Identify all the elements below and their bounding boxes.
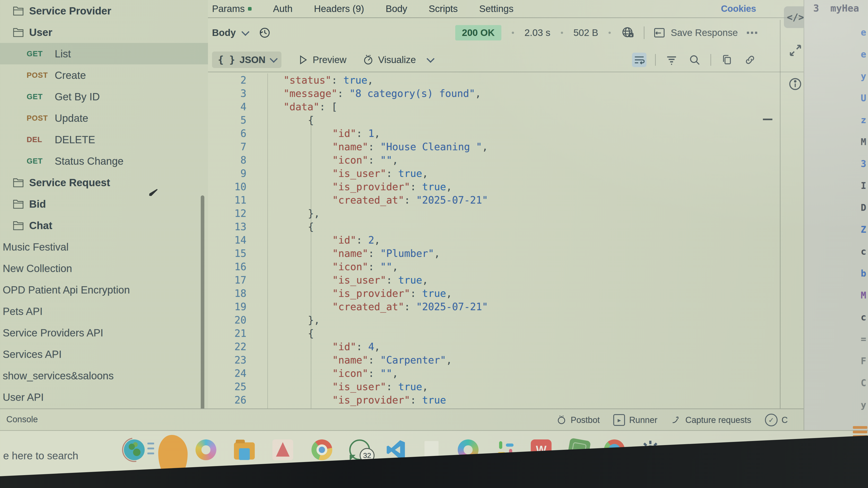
response-body-dropdown[interactable]: Body [212, 27, 247, 38]
code-line[interactable]: 26"is_provider": true [208, 393, 780, 407]
cookies-link[interactable]: Cookies [721, 4, 756, 14]
history-icon[interactable] [258, 26, 271, 39]
code-line[interactable]: 8"icon": "", [208, 153, 780, 167]
code-line[interactable]: 14"id": 2, [208, 233, 780, 247]
tray-stack-icon[interactable] [853, 424, 868, 445]
chrome-profile-icon[interactable]: A [604, 440, 625, 460]
code-line[interactable]: 12}, [208, 207, 780, 220]
whatsapp-icon[interactable]: 32 [349, 440, 370, 460]
code-line[interactable]: 17"is_user": true, [208, 273, 780, 287]
w-app-icon[interactable]: W [531, 440, 552, 460]
sidebar-item-delete[interactable]: DELDELETE [0, 129, 208, 150]
code-line[interactable]: 22"id": 4, [208, 340, 780, 353]
code-line[interactable]: 25"is_user": true, [208, 380, 780, 393]
code-line[interactable]: 15"name": "Plumber", [208, 247, 780, 260]
sidebar-scrollbar[interactable] [201, 195, 204, 409]
copy-icon[interactable] [720, 53, 734, 67]
white-window-icon[interactable] [425, 441, 438, 460]
sidebar-list: Service ProviderUserGETListPOSTCreateGET… [0, 0, 208, 408]
scrollbar-marker[interactable] [763, 119, 772, 120]
folder-icon[interactable] [234, 442, 255, 459]
earth-globe-icon[interactable] [124, 440, 145, 460]
sidebar-item-show-services-saloons[interactable]: show_services&saloons [0, 365, 208, 386]
tab-settings[interactable]: Settings [479, 3, 514, 14]
color-ring-icon[interactable] [458, 440, 478, 460]
code-text: "name": "Plumber", [246, 248, 440, 259]
visualize-button[interactable]: Visualize [362, 54, 432, 66]
sidebar-item-service-providers-api[interactable]: Service Providers API [0, 322, 208, 344]
code-line[interactable]: 20}, [208, 313, 780, 327]
postman-window: Service ProviderUserGETListPOSTCreateGET… [0, 0, 868, 488]
sidebar-item-service-request[interactable]: Service Request [0, 172, 208, 193]
slack-icon[interactable] [495, 440, 516, 460]
sidebar-item-services-api[interactable]: Services API [0, 344, 208, 365]
response-size[interactable]: 502 B [574, 27, 598, 38]
code-line[interactable]: 3"message": "8 category(s) found", [208, 87, 780, 100]
code-text: "name": "House Cleaning ", [246, 141, 488, 153]
sidebar-item-music-festival[interactable]: Music Festival [0, 236, 208, 258]
sidebar-item-pets-api[interactable]: Pets API [0, 300, 208, 322]
sidebar-item-service-provider[interactable]: Service Provider [0, 0, 208, 22]
code-line[interactable]: 5{ [208, 113, 780, 127]
tab-auth[interactable]: Auth [273, 3, 292, 14]
list-dashes-icon[interactable] [147, 440, 156, 460]
more-options-icon[interactable] [747, 32, 757, 34]
code-line[interactable]: 4"data": [ [208, 100, 780, 113]
status-badge[interactable]: 200 OK [455, 25, 502, 40]
green-cube-icon[interactable] [567, 438, 591, 462]
runner-button[interactable]: ▸ Runner [613, 414, 657, 426]
taskbar-search[interactable]: e here to search [3, 450, 78, 462]
info-icon[interactable] [788, 77, 802, 91]
tab-params[interactable]: Params [212, 3, 252, 14]
network-globe-icon[interactable] [621, 26, 635, 39]
status-check-button[interactable]: ✓ C [765, 414, 788, 426]
save-response-button[interactable]: Save Response [653, 26, 738, 39]
wrap-lines-icon[interactable] [632, 53, 647, 67]
code-line[interactable]: 10"is_provider": true, [208, 180, 780, 193]
tab-headers-9[interactable]: Headers (9) [314, 3, 364, 14]
expand-icon[interactable] [788, 43, 803, 58]
code-line[interactable]: 7"name": "House Cleaning ", [208, 140, 780, 153]
sidebar-item-opd-patient-api-encryption[interactable]: OPD Patient Api Encryption [0, 279, 208, 300]
chrome-icon[interactable] [311, 440, 332, 460]
link-icon[interactable] [743, 53, 757, 67]
postbot-button[interactable]: Postbot [556, 415, 600, 425]
sidebar-item-get-by-id[interactable]: GETGet By ID [0, 86, 208, 107]
color-wheel-icon[interactable] [195, 440, 216, 460]
sidebar-item-bid[interactable]: Bid [0, 193, 208, 215]
code-line[interactable]: 23"name": "Carpenter", [208, 353, 780, 367]
response-time[interactable]: 2.03 s [524, 27, 550, 38]
search-icon[interactable] [687, 53, 702, 67]
sidebar-item-status-change[interactable]: GETStatus Change [0, 150, 208, 172]
chevron-down-icon[interactable] [427, 55, 434, 63]
code-line[interactable]: 2"status": true, [208, 73, 780, 87]
code-text: "is_user": true, [246, 381, 428, 392]
tab-scripts[interactable]: Scripts [429, 3, 458, 14]
code-line[interactable]: 21{ [208, 327, 780, 340]
response-json-viewer[interactable]: 2"status": true,3"message": "8 category(… [208, 73, 780, 409]
code-line[interactable]: 6"id": 1, [208, 127, 780, 140]
code-line[interactable]: 9"is_user": true, [208, 167, 780, 180]
code-line[interactable]: 11"created_at": "2025-07-21" [208, 193, 780, 207]
code-line[interactable]: 19"created_at": "2025-07-21" [208, 300, 780, 313]
capture-requests-button[interactable]: Capture requests [671, 415, 751, 425]
sidebar-item-list[interactable]: GETList [0, 43, 208, 64]
code-line[interactable]: 16"icon": "", [208, 260, 780, 273]
code-line[interactable]: 13{ [208, 220, 780, 233]
preview-button[interactable]: Preview [297, 54, 346, 66]
code-line[interactable]: 18"is_provider": true, [208, 287, 780, 300]
sidebar-item-create[interactable]: POSTCreate [0, 64, 208, 86]
code-line[interactable]: 24"icon": "", [208, 367, 780, 380]
settings-gear-icon[interactable] [640, 440, 661, 460]
tab-body[interactable]: Body [385, 3, 407, 14]
sidebar-item-user-api[interactable]: User API [0, 386, 208, 408]
console-button[interactable]: Console [6, 415, 38, 426]
triangle-app-icon[interactable] [272, 440, 293, 460]
sidebar-item-update[interactable]: POSTUpdate [0, 107, 208, 129]
sidebar-item-user[interactable]: User [0, 22, 208, 43]
format-dropdown[interactable]: { } JSON [212, 52, 281, 68]
sidebar-item-new-collection[interactable]: New Collection [0, 258, 208, 279]
vscode-icon[interactable] [385, 440, 406, 460]
sidebar-item-chat[interactable]: Chat [0, 215, 208, 236]
filter-icon[interactable] [664, 53, 679, 67]
